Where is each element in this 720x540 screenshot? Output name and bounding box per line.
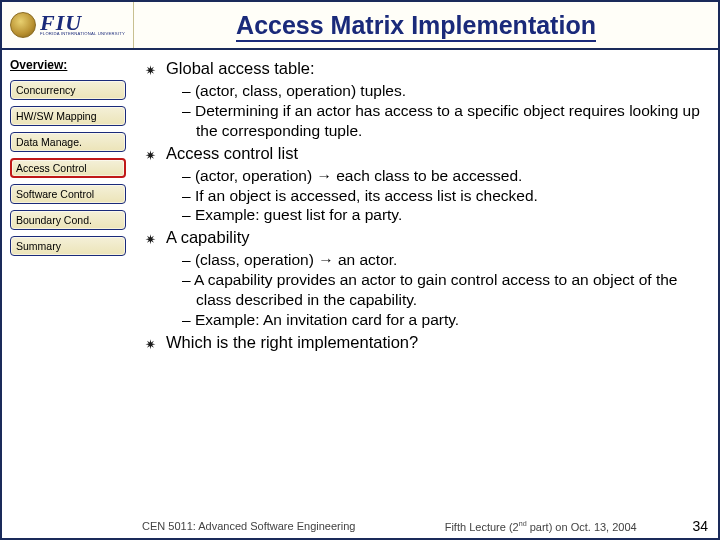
slide-header: FIU FLORIDA INTERNATIONAL UNIVERSITY Acc… bbox=[2, 2, 718, 50]
slide-body: Overview: Concurrency HW/SW Mapping Data… bbox=[2, 50, 718, 516]
sidebar-item-summary[interactable]: Summary bbox=[10, 236, 126, 256]
bullet-text: Global access table: bbox=[166, 58, 315, 79]
fiu-logo: FIU FLORIDA INTERNATIONAL UNIVERSITY bbox=[2, 2, 134, 48]
university-seal-icon bbox=[10, 12, 36, 38]
bullet-star-icon bbox=[144, 143, 156, 164]
logo-text-block: FIU FLORIDA INTERNATIONAL UNIVERSITY bbox=[40, 14, 125, 37]
arrow-icon: → bbox=[316, 167, 332, 184]
sub-bullets: (actor, operation) → each class to be ac… bbox=[144, 166, 700, 225]
bullet-which-implementation: Which is the right implementation? bbox=[144, 332, 700, 353]
sub-bullet: (class, operation) → an actor. bbox=[182, 250, 700, 270]
logo-subtext: FLORIDA INTERNATIONAL UNIVERSITY bbox=[40, 31, 125, 36]
bullet-text: Which is the right implementation? bbox=[166, 332, 418, 353]
sidebar: Overview: Concurrency HW/SW Mapping Data… bbox=[2, 50, 134, 516]
slide-footer: CEN 5011: Advanced Software Engineering … bbox=[2, 516, 718, 538]
sub-bullets: (actor, class, operation) tuples. Determ… bbox=[144, 81, 700, 140]
sub-bullet: Example: guest list for a party. bbox=[182, 205, 700, 225]
bullet-star-icon bbox=[144, 332, 156, 353]
slide-number: 34 bbox=[692, 518, 708, 534]
sidebar-item-data-manage[interactable]: Data Manage. bbox=[10, 132, 126, 152]
sidebar-item-concurrency[interactable]: Concurrency bbox=[10, 80, 126, 100]
slide-title: Access Matrix Implementation bbox=[134, 11, 718, 40]
bullet-access-control-list: Access control list bbox=[144, 143, 700, 164]
sub-bullet: (actor, operation) → each class to be ac… bbox=[182, 166, 700, 186]
sidebar-item-boundary-cond[interactable]: Boundary Cond. bbox=[10, 210, 126, 230]
sidebar-item-hw-sw-mapping[interactable]: HW/SW Mapping bbox=[10, 106, 126, 126]
sidebar-item-software-control[interactable]: Software Control bbox=[10, 184, 126, 204]
arrow-icon: → bbox=[318, 251, 334, 268]
slide-content: Global access table: (actor, class, oper… bbox=[134, 50, 718, 516]
sub-bullet: Determining if an actor has access to a … bbox=[182, 101, 700, 141]
bullet-star-icon bbox=[144, 227, 156, 248]
footer-lecture: Fifth Lecture (2nd part) on Oct. 13, 200… bbox=[355, 520, 706, 533]
sub-bullet: (actor, class, operation) tuples. bbox=[182, 81, 700, 101]
bullet-star-icon bbox=[144, 58, 156, 79]
bullet-capability: A capability bbox=[144, 227, 700, 248]
sub-bullets: (class, operation) → an actor. A capabil… bbox=[144, 250, 700, 329]
sub-bullet: Example: An invitation card for a party. bbox=[182, 310, 700, 330]
sub-bullet: If an object is accessed, its access lis… bbox=[182, 186, 700, 206]
bullet-text: A capability bbox=[166, 227, 249, 248]
sidebar-heading: Overview: bbox=[10, 58, 126, 72]
footer-course: CEN 5011: Advanced Software Engineering bbox=[142, 520, 355, 532]
sub-bullet: A capability provides an actor to gain c… bbox=[182, 270, 700, 310]
slide-title-text: Access Matrix Implementation bbox=[236, 11, 596, 42]
logo-text: FIU bbox=[40, 14, 125, 32]
bullet-global-access-table: Global access table: bbox=[144, 58, 700, 79]
sidebar-item-access-control[interactable]: Access Control bbox=[10, 158, 126, 178]
bullet-text: Access control list bbox=[166, 143, 298, 164]
